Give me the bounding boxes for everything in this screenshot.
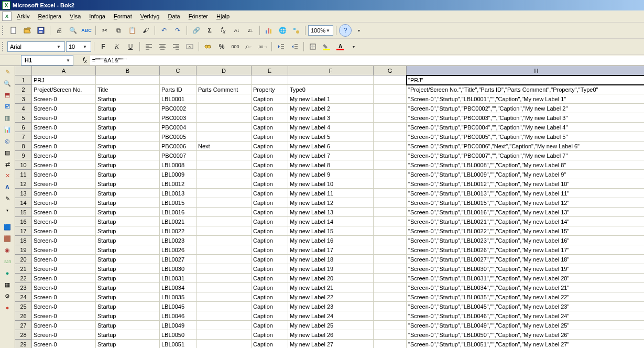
row-header-6[interactable]: 6 — [15, 123, 32, 132]
cell-C10[interactable]: LBL0008 — [160, 160, 197, 170]
taskpane-icon[interactable]: ⇄ — [3, 159, 12, 169]
cell-G28[interactable] — [374, 330, 407, 340]
cell-A24[interactable]: Screen-0 — [32, 292, 96, 302]
taskpane-icon[interactable]: 123 — [3, 257, 12, 266]
cell-E22[interactable]: Caption — [252, 274, 288, 283]
toolbar-options-button[interactable]: ▾ — [347, 40, 360, 53]
cell-C2[interactable]: Parts ID — [160, 85, 197, 94]
chart-wizard-button[interactable] — [263, 24, 275, 37]
cell-H1[interactable]: "PRJ" — [407, 75, 645, 85]
open-button[interactable] — [21, 24, 34, 37]
row-header-9[interactable]: 9 — [15, 151, 32, 160]
taskpane-icon[interactable]: ▥ — [3, 113, 12, 123]
cell-C27[interactable]: LBL0049 — [160, 321, 197, 330]
cell-F10[interactable]: My new Label 8 — [288, 160, 374, 170]
cell-E2[interactable]: Property — [252, 85, 288, 94]
cell-A29[interactable]: Screen-0 — [32, 340, 96, 349]
format-painter-button[interactable]: 🖌 — [139, 24, 152, 37]
sort-desc-button[interactable]: Z↓ — [244, 24, 257, 37]
row-header-7[interactable]: 7 — [15, 132, 32, 142]
cell-G6[interactable] — [374, 123, 407, 132]
paste-button[interactable]: 📋 — [126, 24, 138, 37]
cell-F23[interactable]: My new Label 21 — [288, 283, 374, 292]
cell-H23[interactable]: "Screen-0","Startup","LBL0034","","Capti… — [407, 283, 645, 292]
currency-button[interactable] — [202, 40, 214, 53]
cell-H18[interactable]: "Screen-0","Startup","LBL0023","","Capti… — [407, 236, 645, 245]
col-header-D[interactable]: D — [197, 66, 252, 75]
fx-icon[interactable]: fx — [83, 56, 87, 64]
cell-C6[interactable]: PBC0004 — [160, 123, 197, 132]
cell-C28[interactable]: LBL0050 — [160, 330, 197, 340]
cell-G5[interactable] — [374, 113, 407, 123]
cell-A2[interactable]: Project/Screen No. — [32, 85, 96, 94]
new-button[interactable] — [7, 24, 20, 37]
cell-E8[interactable]: Caption — [252, 142, 288, 151]
cell-F2[interactable]: Type0 — [288, 85, 374, 94]
col-header-G[interactable]: G — [374, 66, 407, 75]
cell-B5[interactable]: Startup — [96, 113, 160, 123]
cell-E25[interactable]: Caption — [252, 302, 288, 311]
cell-C23[interactable]: LBL0034 — [160, 283, 197, 292]
percent-button[interactable]: % — [215, 40, 228, 53]
cell-G10[interactable] — [374, 160, 407, 170]
cell-F6[interactable]: My new Label 4 — [288, 123, 374, 132]
redo-button[interactable]: ↷ — [171, 24, 184, 37]
cell-D24[interactable] — [197, 292, 252, 302]
cell-C1[interactable] — [160, 75, 197, 85]
sort-asc-button[interactable]: A↓ — [231, 24, 243, 37]
cell-A23[interactable]: Screen-0 — [32, 283, 96, 292]
cell-A21[interactable]: Screen-0 — [32, 264, 96, 274]
taskpane-icon[interactable]: ● — [3, 303, 12, 312]
cell-A18[interactable]: Screen-0 — [32, 236, 96, 245]
increase-decimal-button[interactable]: ,0← — [243, 40, 255, 53]
copy-button[interactable]: ⧉ — [112, 24, 125, 37]
cell-A16[interactable]: Screen-0 — [32, 217, 96, 226]
cell-G20[interactable] — [374, 255, 407, 264]
fontsize-combo[interactable]: 10 ▼ — [66, 41, 91, 52]
col-header-B[interactable]: B — [96, 66, 160, 75]
cell-D13[interactable] — [197, 189, 252, 198]
cell-A26[interactable]: Screen-0 — [32, 311, 96, 321]
taskpane-icon[interactable]: ⚙ — [3, 291, 12, 301]
row-header-1[interactable]: 1 — [15, 75, 32, 85]
cell-E1[interactable] — [252, 75, 288, 85]
col-header-E[interactable]: E — [252, 66, 288, 75]
cell-D2[interactable]: Parts Comment — [197, 85, 252, 94]
toolbar-options-button[interactable]: ▾ — [353, 24, 365, 37]
cell-F26[interactable]: My new Label 24 — [288, 311, 374, 321]
cell-H24[interactable]: "Screen-0","Startup","LBL0035","","Capti… — [407, 292, 645, 302]
cell-C8[interactable]: PBC0006 — [160, 142, 197, 151]
spellcheck-button[interactable]: ABC — [80, 24, 93, 37]
cell-C20[interactable]: LBL0027 — [160, 255, 197, 264]
cell-F3[interactable]: My new Label 1 — [288, 94, 374, 104]
italic-button[interactable]: K — [111, 40, 123, 53]
cut-button[interactable]: ✂ — [99, 24, 111, 37]
menu-fönster[interactable]: Fönster — [184, 12, 212, 20]
cell-B22[interactable]: Startup — [96, 274, 160, 283]
toolbar-grip[interactable] — [2, 26, 5, 35]
align-left-button[interactable] — [143, 40, 155, 53]
cell-E23[interactable]: Caption — [252, 283, 288, 292]
cell-E6[interactable]: Caption — [252, 123, 288, 132]
name-box[interactable]: H1 ▼ — [21, 55, 73, 66]
cell-B8[interactable]: Startup — [96, 142, 160, 151]
menu-infoga[interactable]: Infoga — [85, 12, 110, 20]
comma-button[interactable]: 000 — [229, 40, 242, 53]
cell-E17[interactable]: Caption — [252, 226, 288, 236]
col-header-A[interactable]: A — [32, 66, 96, 75]
cell-H22[interactable]: "Screen-0","Startup","LBL0031","","Capti… — [407, 274, 645, 283]
cell-A27[interactable]: Screen-0 — [32, 321, 96, 330]
cell-H13[interactable]: "Screen-0","Startup","LBL0013","","Capti… — [407, 189, 645, 198]
cell-F20[interactable]: My new Label 18 — [288, 255, 374, 264]
cell-G21[interactable] — [374, 264, 407, 274]
cell-G27[interactable] — [374, 321, 407, 330]
cell-A14[interactable]: Screen-0 — [32, 198, 96, 208]
col-header-C[interactable]: C — [160, 66, 197, 75]
row-header-28[interactable]: 28 — [15, 330, 32, 340]
cell-C12[interactable]: LBL0012 — [160, 179, 197, 189]
menu-hjälp[interactable]: Hjälp — [212, 12, 234, 20]
menu-verktyg[interactable]: Verktyg — [136, 12, 164, 20]
cell-H29[interactable]: "Screen-0","Startup","LBL0051","","Capti… — [407, 340, 645, 349]
cell-G3[interactable] — [374, 94, 407, 104]
cell-D7[interactable] — [197, 132, 252, 142]
